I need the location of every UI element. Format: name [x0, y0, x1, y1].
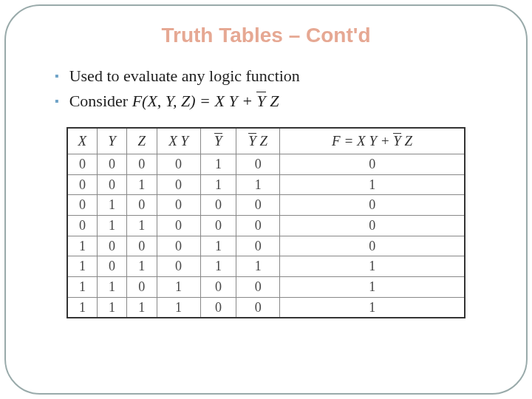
cell-f: 0 — [280, 236, 465, 256]
formula-part: F(X, Y, Z) = X Y + — [132, 92, 257, 110]
cell-ybz: 0 — [236, 297, 280, 318]
cell-yb: 0 — [200, 195, 236, 216]
cell-y: 0 — [97, 174, 126, 195]
cell-ybz: 0 — [236, 276, 280, 297]
cell-yb: 1 — [200, 256, 236, 277]
col-header-xy: X Y — [157, 128, 200, 154]
cell-f: 1 — [280, 174, 465, 195]
cell-yb: 0 — [200, 276, 236, 297]
bullet-item: Used to evaluate any logic function — [55, 66, 482, 86]
cell-y: 0 — [97, 256, 126, 277]
table-header-row: X Y Z X Y Y Y Z F = X Y + Y Z — [67, 128, 465, 154]
cell-z: 0 — [127, 276, 157, 297]
cell-xy: 0 — [157, 195, 200, 216]
cell-f: 1 — [280, 276, 465, 297]
formula: F(X, Y, Z) = X Y + Y Z — [132, 92, 279, 110]
cell-y: 1 — [97, 276, 126, 297]
table-row: 1000100 — [67, 236, 465, 256]
cell-ybz: 0 — [236, 215, 280, 236]
cell-xy: 0 — [157, 236, 200, 256]
table-row: 1101001 — [67, 276, 465, 297]
cell-xy: 1 — [157, 297, 200, 318]
cell-xy: 0 — [157, 215, 200, 236]
cell-f: 0 — [280, 215, 465, 236]
y-bar: Y — [393, 133, 401, 149]
cell-yb: 1 — [200, 154, 236, 174]
table-row: 1111001 — [67, 297, 465, 318]
formula-tail: Z — [266, 92, 279, 110]
cell-ybz: 1 — [236, 174, 280, 195]
table-row: 0010111 — [67, 174, 465, 195]
cell-y: 0 — [97, 154, 126, 174]
cell-yb: 0 — [200, 215, 236, 236]
bullet-item: Consider F(X, Y, Z) = X Y + Y Z — [55, 92, 482, 111]
cell-f: 1 — [280, 297, 465, 318]
cell-z: 0 — [127, 195, 157, 216]
cell-yb: 1 — [200, 236, 236, 256]
cell-x: 0 — [67, 215, 97, 236]
cell-ybz: 0 — [236, 195, 280, 216]
y-bar: Y — [248, 133, 256, 149]
table-row: 1010111 — [67, 256, 465, 277]
cell-x: 0 — [67, 195, 97, 216]
cell-z: 1 — [127, 256, 157, 277]
col-header-y: Y — [97, 128, 126, 154]
truth-table: X Y Z X Y Y Y Z F = X Y + Y Z 0000100001… — [66, 127, 466, 318]
cell-y: 0 — [97, 236, 126, 256]
col-header-z: Z — [127, 128, 157, 154]
y-bar: Y — [256, 92, 265, 111]
table-body: 0000100001011101000000110000100010010101… — [67, 154, 465, 318]
cell-x: 0 — [67, 174, 97, 195]
table-row: 0000100 — [67, 154, 465, 174]
bullet-list: Used to evaluate any logic function Cons… — [55, 66, 482, 111]
cell-y: 1 — [97, 215, 126, 236]
cell-z: 1 — [127, 174, 157, 195]
cell-yb: 0 — [200, 297, 236, 318]
cell-yb: 1 — [200, 174, 236, 195]
header-z-part: Z — [256, 133, 267, 149]
col-header-x: X — [67, 128, 97, 154]
cell-ybz: 0 — [236, 154, 280, 174]
cell-xy: 1 — [157, 276, 200, 297]
cell-x: 1 — [67, 276, 97, 297]
col-header-ybar: Y — [200, 128, 236, 154]
cell-f: 0 — [280, 195, 465, 216]
bullet-prefix: Consider — [69, 92, 132, 110]
table-row: 0100000 — [67, 195, 465, 216]
bullet-text: Consider F(X, Y, Z) = X Y + Y Z — [69, 92, 279, 111]
cell-z: 1 — [127, 215, 157, 236]
table-row: 0110000 — [67, 215, 465, 236]
cell-z: 1 — [127, 297, 157, 318]
cell-x: 0 — [67, 154, 97, 174]
cell-ybz: 0 — [236, 236, 280, 256]
cell-f: 0 — [280, 154, 465, 174]
slide-title: Truth Tables – Cont'd — [50, 24, 482, 47]
cell-x: 1 — [67, 256, 97, 277]
col-header-f: F = X Y + Y Z — [280, 128, 465, 154]
cell-z: 0 — [127, 154, 157, 174]
cell-xy: 0 — [157, 154, 200, 174]
header-f-prefix: F = X Y + — [332, 133, 393, 149]
cell-y: 1 — [97, 297, 126, 318]
cell-x: 1 — [67, 297, 97, 318]
bullet-text: Used to evaluate any logic function — [69, 66, 300, 86]
header-f-tail: Z — [401, 133, 412, 149]
cell-y: 1 — [97, 195, 126, 216]
cell-xy: 0 — [157, 256, 200, 277]
y-bar: Y — [214, 133, 222, 149]
cell-xy: 0 — [157, 174, 200, 195]
cell-ybz: 1 — [236, 256, 280, 277]
cell-z: 0 — [127, 236, 157, 256]
table-container: X Y Z X Y Y Y Z F = X Y + Y Z 0000100001… — [66, 127, 466, 318]
slide-content: Truth Tables – Cont'd Used to evaluate a… — [6, 6, 526, 333]
cell-x: 1 — [67, 236, 97, 256]
slide-frame: Truth Tables – Cont'd Used to evaluate a… — [4, 4, 528, 395]
col-header-ybarz: Y Z — [236, 128, 280, 154]
cell-f: 1 — [280, 256, 465, 277]
